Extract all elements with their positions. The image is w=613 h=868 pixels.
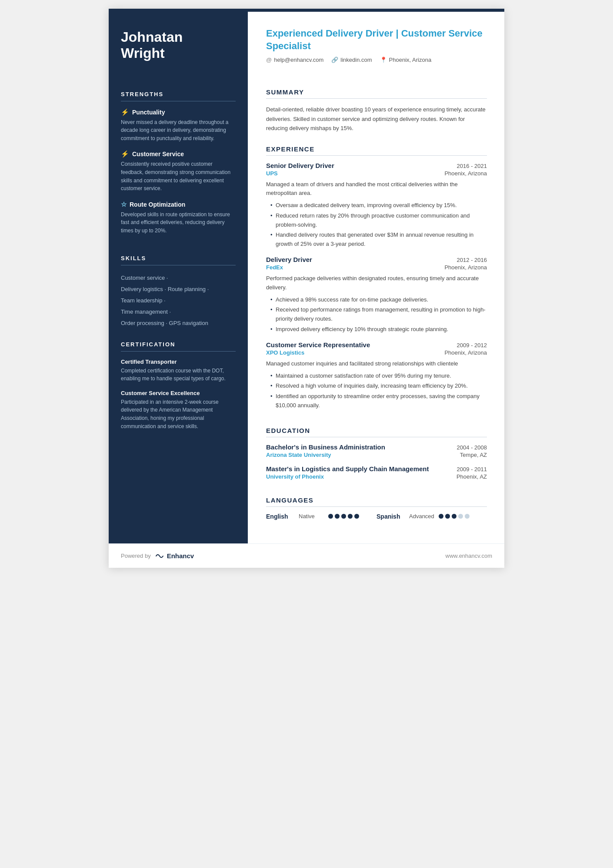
strength-customer-service: ⚡ Customer Service Consistently received… <box>121 150 236 192</box>
education-heading: Education <box>266 427 487 434</box>
strength-route-optimization: ☆ Route Optimization Developed skills in… <box>121 201 236 235</box>
languages-divider <box>266 506 487 507</box>
edu2-school: University of Phoenix <box>266 473 324 480</box>
edu-1: Bachelor's in Business Administration 20… <box>266 443 487 458</box>
punctuality-desc: Never missed a delivery deadline through… <box>121 118 236 143</box>
dot <box>458 514 463 519</box>
dot <box>341 514 346 519</box>
dot <box>452 514 456 519</box>
resume-wrapper: JohnatanWright Strengths ⚡ Punctuality N… <box>109 9 504 568</box>
cert-transporter: Certified Transporter Completed certific… <box>121 359 236 383</box>
cert-transporter-desc: Completed certification course with the … <box>121 367 236 383</box>
strengths-section: Strengths ⚡ Punctuality Never missed a d… <box>121 79 236 243</box>
certification-divider <box>121 351 236 352</box>
exp-job3-bullets: Maintained a customer satisfaction rate … <box>266 372 487 410</box>
customerservice-icon: ⚡ <box>121 150 129 158</box>
bullet: Maintained a customer satisfaction rate … <box>270 372 487 381</box>
bullet: Handled delivery routes that generated o… <box>270 231 487 249</box>
lang-english-dots <box>328 514 359 519</box>
contact-location: 📍 Phoenix, Arizona <box>380 57 432 63</box>
certification-title: Certification <box>121 341 236 348</box>
edu2-location: Phoenix, AZ <box>456 473 487 480</box>
edu2-dates: 2009 - 2011 <box>457 466 487 473</box>
lang-english: English Native <box>266 513 359 520</box>
exp-job3-company: XPO Logistics <box>266 349 304 356</box>
lang-english-level: Native <box>299 513 324 519</box>
exp-job3-location: Phoenix, Arizona <box>444 349 487 356</box>
certification-section: Certification Certified Transporter Comp… <box>121 329 236 438</box>
enhancv-logo-icon <box>154 553 165 560</box>
exp-job1-dates: 2016 - 2021 <box>457 163 487 169</box>
contact-linkedin[interactable]: 🔗 linkedin.com <box>331 57 372 63</box>
edu1-location: Tempe, AZ <box>460 452 487 458</box>
exp-job2-summary: Performed package deliveries within desi… <box>266 274 487 292</box>
edu2-degree: Master's in Logistics and Supply Chain M… <box>266 465 429 473</box>
contact-row: @ help@enhancv.com 🔗 linkedin.com 📍 Phoe… <box>266 57 487 63</box>
languages-section: Languages English Native <box>266 487 487 520</box>
edu1-dates: 2004 - 2008 <box>457 444 487 451</box>
cert-customer-service: Customer Service Excellence Participated… <box>121 390 236 430</box>
resume-body: JohnatanWright Strengths ⚡ Punctuality N… <box>109 12 504 543</box>
exp-job3-dates: 2009 - 2012 <box>457 342 487 349</box>
exp-job-2: Delivery Driver 2012 - 2016 FedEx Phoeni… <box>266 256 487 334</box>
lang-english-name: English <box>266 513 294 520</box>
edu1-degree: Bachelor's in Business Administration <box>266 443 385 451</box>
bullet: Received top performance ratings from ma… <box>270 305 487 324</box>
exp-job1-title: Senior Delivery Driver <box>266 162 334 169</box>
skills-section: Skills Customer service · Delivery logis… <box>121 243 236 329</box>
resume-footer: Powered by Enhancv www.enhancv.com <box>109 543 504 568</box>
route-icon: ☆ <box>121 201 127 208</box>
bullet: Identified an opportunity to streamline … <box>270 392 487 410</box>
bullet: Resolved a high volume of inquiries dail… <box>270 382 487 391</box>
enhancv-logo: Enhancv <box>154 552 194 560</box>
cert-transporter-title: Certified Transporter <box>121 359 236 365</box>
bullet: Achieved a 98% success rate for on-time … <box>270 295 487 305</box>
experience-heading: Experience <box>266 145 487 153</box>
sidebar: JohnatanWright Strengths ⚡ Punctuality N… <box>109 12 248 543</box>
edu-2: Master's in Logistics and Supply Chain M… <box>266 465 487 480</box>
footer-left: Powered by Enhancv <box>121 552 194 560</box>
exp-job1-bullets: Oversaw a dedicated delivery team, impro… <box>266 201 487 249</box>
dot <box>354 514 359 519</box>
exp-job3-title: Customer Service Representative <box>266 341 370 349</box>
job-title: Experienced Delivery Driver | Customer S… <box>266 27 487 52</box>
strengths-title: Strengths <box>121 91 236 97</box>
lang-spanish-dots <box>439 514 470 519</box>
exp-job2-location: Phoenix, Arizona <box>444 264 487 271</box>
job-title-bar: Experienced Delivery Driver | Customer S… <box>266 27 487 74</box>
linkedin-icon: 🔗 <box>331 57 338 63</box>
dot <box>465 514 470 519</box>
enhancv-brand: Enhancv <box>167 552 194 560</box>
dot <box>445 514 450 519</box>
strengths-divider <box>121 101 236 101</box>
strength-punctuality: ⚡ Punctuality Never missed a delivery de… <box>121 108 236 143</box>
exp-job3-summary: Managed customer inquiries and facilitat… <box>266 359 487 369</box>
languages-row: English Native Spanish Advanced <box>266 513 487 520</box>
exp-job1-location: Phoenix, Arizona <box>444 170 487 177</box>
contact-email[interactable]: @ help@enhancv.com <box>266 57 323 63</box>
exp-job1-summary: Managed a team of drivers and handled th… <box>266 180 487 198</box>
education-section: Education Bachelor's in Business Adminis… <box>266 417 487 487</box>
bullet: Improved delivery efficiency by 10% thro… <box>270 325 487 334</box>
location-icon: 📍 <box>380 57 387 63</box>
exp-job2-company: FedEx <box>266 264 283 271</box>
exp-job2-bullets: Achieved a 98% success rate for on-time … <box>266 295 487 334</box>
exp-job-3: Customer Service Representative 2009 - 2… <box>266 341 487 410</box>
summary-text: Detail-oriented, reliable driver boastin… <box>266 105 487 133</box>
dot <box>348 514 353 519</box>
footer-url: www.enhancv.com <box>446 553 492 559</box>
top-accent <box>109 9 504 12</box>
lang-spanish: Spanish Advanced <box>376 513 470 520</box>
experience-divider <box>266 155 487 156</box>
main-content: Experienced Delivery Driver | Customer S… <box>248 12 505 543</box>
email-icon: @ <box>266 57 272 63</box>
skills-title: Skills <box>121 255 236 261</box>
cert-cs-desc: Participated in an intensive 2-week cour… <box>121 398 236 430</box>
route-desc: Developed skills in route optimization t… <box>121 211 236 235</box>
bullet: Reduced return rates by 20% through proa… <box>270 211 487 230</box>
customerservice-desc: Consistently received positive customer … <box>121 160 236 192</box>
exp-job2-title: Delivery Driver <box>266 256 312 263</box>
dot <box>439 514 443 519</box>
skills-divider <box>121 265 236 265</box>
punctuality-icon: ⚡ <box>121 108 129 116</box>
